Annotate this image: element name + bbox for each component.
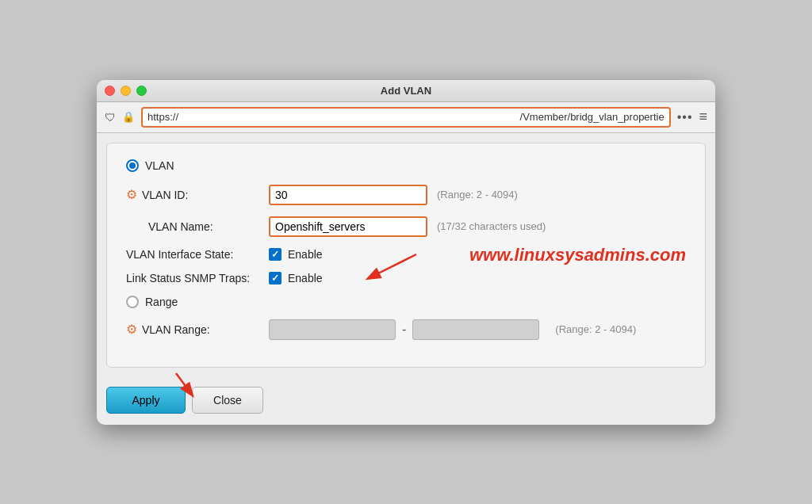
add-vlan-window: Add VLAN 🛡 🔒 https:// /Vmember/bridg_vla…: [97, 80, 715, 425]
radio-group: VLAN: [126, 159, 686, 172]
range-gear-icon: ⚙: [126, 322, 137, 337]
apply-button[interactable]: Apply: [106, 387, 186, 414]
menu-button[interactable]: ≡: [699, 109, 707, 125]
vlan-name-row: VLAN Name: (17/32 characters used): [126, 216, 686, 237]
vlan-radio-item[interactable]: VLAN: [126, 159, 686, 172]
vlan-range-label-area: ⚙ VLAN Range:: [126, 322, 269, 337]
vlan-id-row: ⚙ VLAN ID: (Range: 2 - 4094): [126, 185, 686, 205]
vlan-id-label: VLAN ID:: [142, 189, 188, 201]
urlbar: 🛡 🔒 https:// /Vmember/bridg_vlan_propert…: [97, 102, 715, 133]
link-status-row: Link Status SNMP Traps: Enable: [126, 272, 686, 284]
vlan-interface-state-check-label: Enable: [288, 248, 323, 261]
range-radio-button[interactable]: [126, 296, 139, 308]
gear-icon: ⚙: [126, 187, 137, 202]
range-radio-label: Range: [145, 296, 178, 308]
vlan-range-label: VLAN Range:: [142, 323, 210, 336]
vlan-range-row: ⚙ VLAN Range: - (Range: 2 - 4094): [126, 319, 686, 340]
range-radio-item[interactable]: Range: [126, 296, 686, 308]
link-status-checkbox[interactable]: [269, 272, 282, 284]
vlan-interface-state-label: VLAN Interface State:: [126, 248, 269, 261]
vlan-interface-state-checkbox-group: Enable: [269, 248, 323, 261]
vlan-name-input[interactable]: [269, 216, 427, 237]
link-status-label: Link Status SNMP Traps:: [126, 272, 269, 284]
vlan-id-hint: (Range: 2 - 4094): [437, 189, 518, 200]
vlan-range-start-input[interactable]: [269, 319, 396, 340]
vlan-range-hint: (Range: 2 - 4094): [555, 323, 636, 335]
close-window-button[interactable]: [105, 86, 115, 96]
url-bar-input[interactable]: https:// /Vmember/bridg_vlan_propertie: [141, 107, 671, 128]
shield-icon: 🛡: [105, 111, 116, 124]
button-area: Apply Close 2: [97, 377, 715, 425]
range-separator: -: [402, 323, 406, 337]
lock-icon: 🔒: [122, 111, 135, 123]
titlebar-buttons: [105, 86, 147, 96]
more-options-button[interactable]: •••: [677, 110, 693, 124]
number-annotation: 2: [192, 424, 203, 425]
vlan-id-input[interactable]: [269, 185, 427, 205]
link-status-checkbox-group: Enable: [269, 272, 323, 284]
vlan-range-end-input[interactable]: [412, 319, 539, 340]
vlan-name-label-area: VLAN Name:: [126, 220, 269, 233]
titlebar: Add VLAN: [97, 80, 715, 102]
close-dialog-button[interactable]: Close: [192, 387, 263, 414]
vlan-name-hint: (17/32 characters used): [437, 220, 546, 232]
vlan-name-label: VLAN Name:: [148, 220, 213, 233]
vlan-id-label-area: ⚙ VLAN ID:: [126, 187, 269, 202]
maximize-window-button[interactable]: [136, 86, 147, 96]
vlan-interface-state-checkbox[interactable]: [269, 248, 282, 261]
vlan-radio-button[interactable]: [126, 159, 139, 172]
minimize-window-button[interactable]: [121, 86, 131, 96]
range-inputs: - (Range: 2 - 4094): [269, 319, 636, 340]
vlan-interface-state-row: VLAN Interface State: Enable: [126, 248, 686, 261]
url-right: /Vmember/bridg_vlan_propertie: [520, 111, 665, 123]
form-panel: VLAN ⚙ VLAN ID: (Range: 2 - 4094) VLAN N…: [106, 143, 706, 368]
window-title: Add VLAN: [381, 85, 431, 97]
link-status-check-label: Enable: [288, 272, 323, 284]
url-left: https://: [147, 111, 178, 123]
vlan-radio-label: VLAN: [145, 159, 174, 172]
